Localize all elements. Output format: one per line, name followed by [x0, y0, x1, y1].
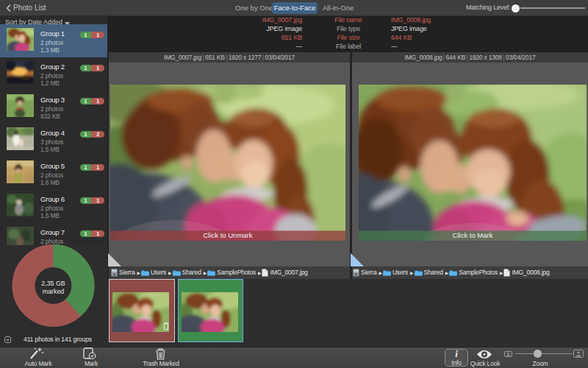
svg-text:2,35 GB: 2,35 GB: [41, 280, 65, 287]
svg-text:Click to Unmark: Click to Unmark: [203, 231, 252, 239]
svg-text:marked: marked: [43, 288, 64, 295]
svg-text:Click to Mark: Click to Mark: [453, 231, 493, 239]
